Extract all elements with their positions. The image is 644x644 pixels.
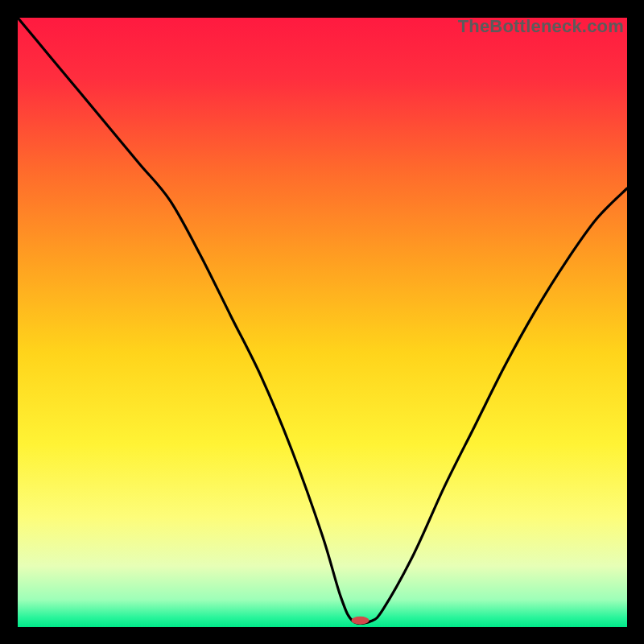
bottleneck-chart (18, 18, 627, 627)
chart-frame: TheBottleneck.com (18, 18, 627, 627)
watermark-text: TheBottleneck.com (458, 16, 624, 37)
optimal-marker (351, 617, 369, 625)
